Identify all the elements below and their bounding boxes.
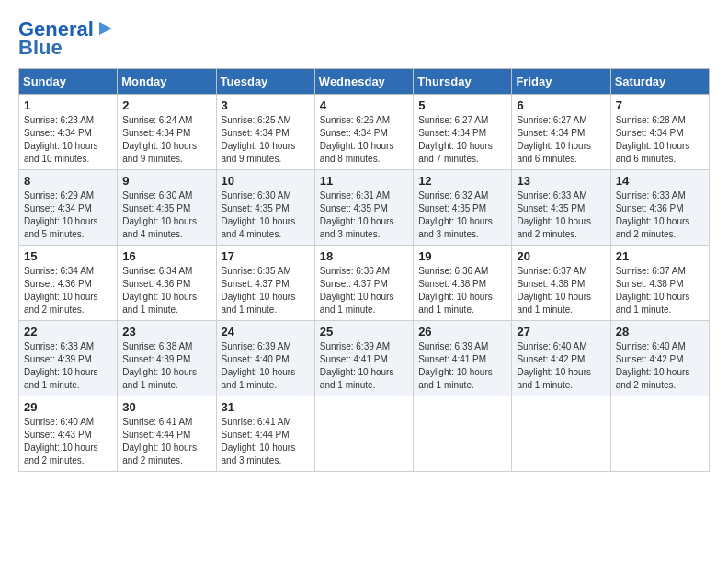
calendar-cell: 31 Sunrise: 6:41 AMSunset: 4:44 PMDaylig… (216, 396, 314, 472)
day-number: 31 (222, 400, 310, 414)
day-number: 2 (122, 98, 210, 112)
calendar-cell: 20 Sunrise: 6:37 AMSunset: 4:38 PMDaylig… (512, 246, 610, 321)
day-info: Sunrise: 6:29 AMSunset: 4:34 PMDaylight:… (24, 190, 98, 239)
calendar-week-row: 29 Sunrise: 6:40 AMSunset: 4:43 PMDaylig… (19, 396, 710, 472)
day-info: Sunrise: 6:36 AMSunset: 4:38 PMDaylight:… (418, 266, 493, 315)
day-info: Sunrise: 6:34 AMSunset: 4:36 PMDaylight:… (122, 266, 197, 315)
day-number: 25 (320, 325, 408, 339)
day-number: 12 (418, 174, 506, 188)
day-info: Sunrise: 6:32 AMSunset: 4:35 PMDaylight:… (418, 190, 493, 239)
calendar-cell: 25 Sunrise: 6:39 AMSunset: 4:41 PMDaylig… (314, 321, 413, 396)
day-info: Sunrise: 6:39 AMSunset: 4:40 PMDaylight:… (222, 341, 296, 390)
calendar-cell (610, 396, 709, 472)
day-info: Sunrise: 6:25 AMSunset: 4:34 PMDaylight:… (222, 115, 296, 164)
calendar-cell: 17 Sunrise: 6:35 AMSunset: 4:37 PMDaylig… (216, 246, 314, 321)
day-info: Sunrise: 6:33 AMSunset: 4:36 PMDaylight:… (616, 190, 690, 239)
calendar-cell: 10 Sunrise: 6:30 AMSunset: 4:35 PMDaylig… (216, 170, 314, 246)
calendar-cell: 1 Sunrise: 6:23 AMSunset: 4:34 PMDayligh… (19, 95, 118, 170)
calendar-cell: 2 Sunrise: 6:24 AMSunset: 4:34 PMDayligh… (118, 95, 216, 170)
day-info: Sunrise: 6:40 AMSunset: 4:42 PMDaylight:… (517, 341, 591, 390)
calendar-dow-monday: Monday (118, 69, 216, 95)
calendar-cell: 11 Sunrise: 6:31 AMSunset: 4:35 PMDaylig… (314, 170, 413, 246)
day-number: 17 (222, 249, 310, 263)
calendar-cell: 4 Sunrise: 6:26 AMSunset: 4:34 PMDayligh… (314, 95, 413, 170)
day-number: 27 (517, 325, 605, 339)
calendar-cell: 6 Sunrise: 6:27 AMSunset: 4:34 PMDayligh… (512, 95, 610, 170)
day-number: 21 (616, 249, 704, 263)
day-info: Sunrise: 6:37 AMSunset: 4:38 PMDaylight:… (517, 266, 591, 315)
calendar-dow-friday: Friday (512, 69, 610, 95)
day-info: Sunrise: 6:38 AMSunset: 4:39 PMDaylight:… (24, 341, 98, 390)
calendar-cell: 14 Sunrise: 6:33 AMSunset: 4:36 PMDaylig… (610, 170, 709, 246)
day-number: 13 (517, 174, 605, 188)
day-number: 18 (320, 249, 408, 263)
day-info: Sunrise: 6:41 AMSunset: 4:44 PMDaylight:… (222, 417, 296, 465)
day-info: Sunrise: 6:23 AMSunset: 4:34 PMDaylight:… (24, 115, 98, 164)
day-number: 3 (222, 98, 310, 112)
calendar-week-row: 1 Sunrise: 6:23 AMSunset: 4:34 PMDayligh… (19, 95, 710, 170)
day-number: 29 (24, 400, 112, 414)
calendar-cell: 19 Sunrise: 6:36 AMSunset: 4:38 PMDaylig… (414, 246, 512, 321)
day-info: Sunrise: 6:30 AMSunset: 4:35 PMDaylight:… (122, 190, 197, 239)
day-info: Sunrise: 6:36 AMSunset: 4:37 PMDaylight:… (320, 266, 394, 315)
day-number: 19 (418, 249, 506, 263)
calendar-cell: 18 Sunrise: 6:36 AMSunset: 4:37 PMDaylig… (314, 246, 413, 321)
day-info: Sunrise: 6:39 AMSunset: 4:41 PMDaylight:… (418, 341, 493, 390)
calendar-cell (512, 396, 610, 472)
calendar-cell: 26 Sunrise: 6:39 AMSunset: 4:41 PMDaylig… (414, 321, 512, 396)
calendar-cell: 27 Sunrise: 6:40 AMSunset: 4:42 PMDaylig… (512, 321, 610, 396)
day-info: Sunrise: 6:40 AMSunset: 4:43 PMDaylight:… (24, 417, 98, 465)
day-info: Sunrise: 6:35 AMSunset: 4:37 PMDaylight:… (222, 266, 296, 315)
day-info: Sunrise: 6:27 AMSunset: 4:34 PMDaylight:… (517, 115, 591, 164)
day-info: Sunrise: 6:41 AMSunset: 4:44 PMDaylight:… (122, 417, 197, 465)
day-number: 7 (616, 98, 704, 112)
calendar-cell: 30 Sunrise: 6:41 AMSunset: 4:44 PMDaylig… (118, 396, 216, 472)
calendar-week-row: 22 Sunrise: 6:38 AMSunset: 4:39 PMDaylig… (19, 321, 710, 396)
day-info: Sunrise: 6:37 AMSunset: 4:38 PMDaylight:… (616, 266, 690, 315)
day-number: 8 (24, 174, 112, 188)
calendar-dow-tuesday: Tuesday (216, 69, 314, 95)
calendar-dow-thursday: Thursday (414, 69, 512, 95)
day-info: Sunrise: 6:30 AMSunset: 4:35 PMDaylight:… (222, 190, 296, 239)
day-number: 6 (517, 98, 605, 112)
calendar-cell: 16 Sunrise: 6:34 AMSunset: 4:36 PMDaylig… (118, 246, 216, 321)
day-number: 30 (122, 400, 210, 414)
calendar-cell (414, 396, 512, 472)
logo: General Blue (18, 18, 116, 59)
day-number: 23 (122, 325, 210, 339)
day-number: 28 (616, 325, 704, 339)
calendar-cell: 7 Sunrise: 6:28 AMSunset: 4:34 PMDayligh… (610, 95, 709, 170)
day-info: Sunrise: 6:38 AMSunset: 4:39 PMDaylight:… (122, 341, 197, 390)
calendar-dow-sunday: Sunday (19, 69, 118, 95)
calendar-cell: 15 Sunrise: 6:34 AMSunset: 4:36 PMDaylig… (19, 246, 118, 321)
calendar-week-row: 8 Sunrise: 6:29 AMSunset: 4:34 PMDayligh… (19, 170, 710, 246)
calendar-cell: 8 Sunrise: 6:29 AMSunset: 4:34 PMDayligh… (19, 170, 118, 246)
day-number: 9 (122, 174, 210, 188)
calendar-cell (314, 396, 413, 472)
day-number: 5 (418, 98, 506, 112)
page-header: General Blue (18, 18, 710, 59)
calendar-dow-saturday: Saturday (610, 69, 709, 95)
logo-arrow-icon (96, 18, 116, 39)
day-info: Sunrise: 6:33 AMSunset: 4:35 PMDaylight:… (517, 190, 591, 239)
day-info: Sunrise: 6:40 AMSunset: 4:42 PMDaylight:… (616, 341, 690, 390)
calendar-cell: 22 Sunrise: 6:38 AMSunset: 4:39 PMDaylig… (19, 321, 118, 396)
calendar-header-row: SundayMondayTuesdayWednesdayThursdayFrid… (19, 69, 710, 95)
day-number: 14 (616, 174, 704, 188)
svg-marker-0 (99, 22, 112, 35)
day-info: Sunrise: 6:24 AMSunset: 4:34 PMDaylight:… (122, 115, 197, 164)
day-info: Sunrise: 6:27 AMSunset: 4:34 PMDaylight:… (418, 115, 493, 164)
calendar-cell: 23 Sunrise: 6:38 AMSunset: 4:39 PMDaylig… (118, 321, 216, 396)
day-info: Sunrise: 6:31 AMSunset: 4:35 PMDaylight:… (320, 190, 394, 239)
day-number: 4 (320, 98, 408, 112)
calendar-cell: 9 Sunrise: 6:30 AMSunset: 4:35 PMDayligh… (118, 170, 216, 246)
calendar-table: SundayMondayTuesdayWednesdayThursdayFrid… (18, 68, 710, 472)
calendar-cell: 28 Sunrise: 6:40 AMSunset: 4:42 PMDaylig… (610, 321, 709, 396)
calendar-cell: 21 Sunrise: 6:37 AMSunset: 4:38 PMDaylig… (610, 246, 709, 321)
calendar-week-row: 15 Sunrise: 6:34 AMSunset: 4:36 PMDaylig… (19, 246, 710, 321)
day-number: 22 (24, 325, 112, 339)
logo-text-blue: Blue (18, 37, 63, 59)
calendar-dow-wednesday: Wednesday (314, 69, 413, 95)
day-number: 16 (122, 249, 210, 263)
day-info: Sunrise: 6:28 AMSunset: 4:34 PMDaylight:… (616, 115, 690, 164)
